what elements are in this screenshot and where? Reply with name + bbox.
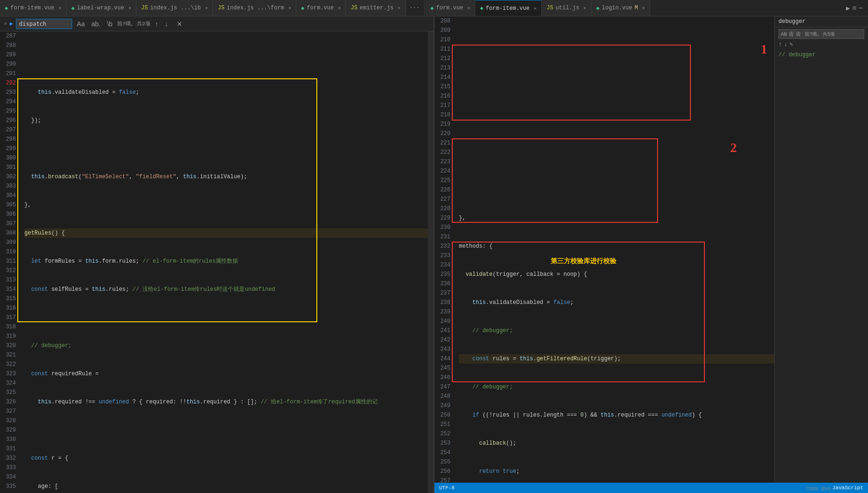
code-line-288: }); (24, 116, 428, 125)
watermark: CSDN @VG (806, 486, 831, 492)
debugger-content: // debugger (778, 52, 864, 58)
tab-emitter-js[interactable]: JS emitter.js ✕ (346, 0, 405, 16)
js-icon: JS (546, 5, 553, 11)
annotation-label-1: 1 (761, 45, 767, 54)
find-input[interactable] (16, 19, 72, 29)
more-button[interactable]: ⋯ (859, 5, 862, 12)
r-code-208: }, (459, 213, 774, 223)
vue-icon: ◆ (596, 5, 599, 12)
code-line-297: const requiredRule = (24, 369, 428, 379)
close-icon[interactable]: ✕ (467, 5, 470, 11)
code-line-296: // debugger; (24, 341, 428, 350)
tab-form-item-vue-right[interactable]: ◆ form-item.vue ✕ (475, 0, 542, 16)
close-icon[interactable]: ✕ (338, 5, 341, 11)
code-line-292: getRules() { (24, 228, 428, 238)
tab-label-wrap-vue[interactable]: ◆ label-wrap.vue ✕ (67, 0, 136, 16)
r-code-212: // debugger; (459, 326, 774, 335)
code-line-298: this.required !== undefined ? { required… (24, 397, 428, 407)
annotation-box-2 (452, 138, 658, 223)
find-case-btn[interactable]: Aa (75, 19, 87, 29)
vue-icon: ◆ (480, 5, 483, 12)
vue-icon: ◆ (430, 5, 434, 12)
right-code-content: 1 2 第三方校验库进行校验 }, methods: { validate(tr… (454, 16, 774, 483)
code-line-301: age: [ (24, 482, 428, 491)
find-regex-btn[interactable]: \b (105, 19, 114, 29)
tab-bar: ◆ form-item.vue ✕ ◆ label-wrap.vue ✕ JS … (0, 0, 868, 16)
code-line-291: }, (24, 200, 428, 210)
r-code-216: callback(); (459, 439, 774, 448)
status-bar: UTF-8 JavaScript (434, 483, 868, 493)
close-icon[interactable]: ✕ (59, 5, 61, 11)
tab-more[interactable]: ··· (406, 5, 424, 11)
code-line-289 (24, 144, 428, 153)
tab-form-vue-right[interactable]: ◆ form.vue ✕ (426, 0, 475, 16)
debugger-find-count: 箇?哦, 共5项 (805, 31, 835, 38)
run-button[interactable]: ▶ (846, 4, 850, 12)
code-line-294: const selfRules = this.rules; // 没给el-fo… (24, 285, 428, 294)
close-icon[interactable]: ✕ (534, 6, 537, 11)
vue-icon: ◆ (301, 5, 304, 12)
debugger-panel: debugger AB 齿 齿 箇?哦, 共5项 ↑ ↓ ✎ (774, 16, 868, 483)
code-line-300: const r = { (24, 454, 428, 463)
vue-icon: ◆ (5, 5, 8, 12)
debugger-controls[interactable]: ↑ ↓ ✎ (778, 41, 864, 48)
split-button[interactable]: ⊡ (853, 5, 856, 12)
left-minimap[interactable] (428, 31, 434, 493)
find-word-btn[interactable]: ab. (90, 19, 102, 29)
debugger-down-btn[interactable]: ↓ (784, 41, 788, 48)
close-icon[interactable]: ✕ (288, 5, 291, 11)
right-code-area: 208 209 210 211 212 213 214 215 216 217 … (434, 16, 868, 483)
debugger-edit-btn[interactable]: ✎ (790, 41, 793, 48)
annotation-label-2: 2 (730, 143, 737, 152)
find-close-btn[interactable]: ✕ (175, 19, 184, 29)
js-icon: JS (351, 5, 357, 11)
code-line-295 (24, 313, 428, 322)
r-code-213: const rules = this.getFilteredRule(trigg… (459, 354, 774, 364)
r-code-215: if ((!rules || rules.length === 0) && th… (459, 410, 774, 420)
annotation-label-3: 第三方校验库进行校验 (548, 256, 619, 267)
tab-login-vue[interactable]: ◆ login.vue M ✕ (591, 0, 650, 16)
code-line-290: this.broadcast("ElTimeSelect", "fieldRes… (24, 172, 428, 182)
find-icon: ⌕ (4, 21, 7, 27)
close-icon[interactable]: ✕ (205, 5, 208, 11)
r-code-209: methods: { (459, 242, 774, 251)
close-icon[interactable]: ✕ (128, 5, 131, 11)
close-icon[interactable]: ✕ (642, 5, 645, 11)
tab-index-js-form[interactable]: JS index.js ...\form ✕ (213, 0, 296, 16)
js-icon: JS (141, 5, 148, 11)
find-count: 箇?哦, 共2项 (117, 20, 150, 27)
modified-indicator: M (635, 5, 638, 11)
debugger-panel-title: debugger (775, 16, 868, 27)
tab-index-js-vib[interactable]: JS index.js ...\ib ✕ (136, 0, 213, 16)
find-bar: ⌕ ▶ Aa ab. \b 箇?哦, 共2项 ↑ ↓ ✕ (0, 16, 434, 31)
find-next-btn[interactable]: ↓ (163, 19, 170, 29)
annotation-box-1 (452, 45, 691, 121)
line-numbers-left: 287 288 289 290 291 292 ● 293 294 295 29… (0, 31, 20, 493)
code-line-293: let formRules = this.form.rules; // el-f… (24, 257, 428, 266)
js-icon: JS (217, 5, 224, 11)
find-prev-btn[interactable]: ↑ (153, 19, 160, 29)
r-code-211: this.validateDisabled = false; (459, 298, 774, 307)
left-code-area: 287 288 289 290 291 292 ● 293 294 295 29… (0, 31, 434, 493)
code-line-287: this.validateDisabled = false; (24, 88, 428, 97)
code-line-299 (24, 425, 428, 435)
find-label: ▶ (10, 20, 13, 27)
r-code-217: return true; (459, 467, 774, 476)
left-code-content: this.validateDisabled = false; }); this.… (20, 31, 428, 493)
close-icon[interactable]: ✕ (584, 5, 586, 11)
tab-util-js[interactable]: JS util.js ✕ (542, 0, 591, 16)
r-code-214: // debugger; (459, 382, 774, 392)
line-numbers-right: 208 209 210 211 212 213 214 215 216 217 … (434, 16, 454, 483)
tab-form-item-vue[interactable]: ◆ form-item.vue ✕ (0, 0, 67, 16)
r-code-210: validate(trigger, callback = noop) { (459, 270, 774, 279)
close-icon[interactable]: ✕ (398, 5, 401, 11)
debugger-find-bar: AB 齿 齿 箇?哦, 共5项 (778, 29, 864, 39)
debugger-up-btn[interactable]: ↑ (778, 41, 782, 48)
tab-form-vue[interactable]: ◆ form.vue ✕ (296, 0, 346, 16)
vue-icon: ◆ (71, 5, 75, 12)
